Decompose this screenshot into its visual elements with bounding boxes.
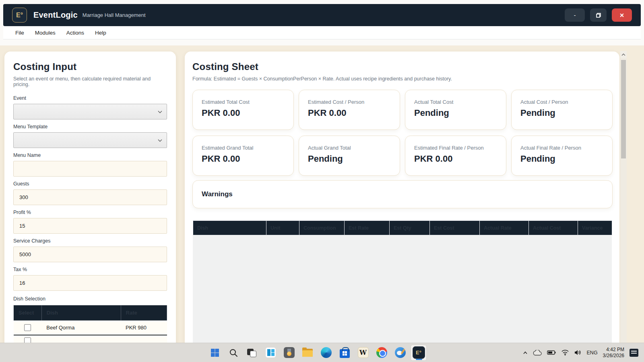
card-actual-cost-person: Actual Cost / Person Pending: [511, 90, 613, 130]
menu-template-select[interactable]: [13, 132, 167, 148]
card-estimated-cost-person: Estimated Cost / Person PKR 0.00: [299, 90, 400, 130]
chrome-browser-icon: [376, 347, 387, 358]
card-value: Pending: [414, 108, 506, 118]
app-name: EventLogic: [33, 10, 78, 20]
restore-icon: [596, 12, 601, 18]
hidden-icons-chevron[interactable]: [523, 351, 528, 354]
w-app-icon: W: [358, 347, 369, 358]
tax-percent-input[interactable]: [13, 275, 167, 291]
scroll-up-arrow-icon[interactable]: [620, 51, 627, 58]
menu-modules[interactable]: Modules: [35, 30, 56, 36]
dish-rate-cell: PKR 980: [121, 321, 167, 335]
dish-checkbox[interactable]: [24, 337, 31, 343]
card-actual-total-cost: Actual Total Cost Pending: [405, 90, 506, 130]
widgets-button[interactable]: [262, 345, 279, 361]
card-label: Actual Total Cost: [414, 99, 506, 105]
card-actual-final-rate: Actual Final Rate / Person Pending: [511, 136, 613, 176]
card-value: Pending: [520, 108, 612, 118]
scrollbar-thumb[interactable]: [621, 60, 626, 158]
card-value: Pending: [308, 154, 400, 164]
start-button[interactable]: [207, 345, 223, 361]
paint-app-button[interactable]: [392, 345, 408, 361]
eventlogic-app-icon: E°: [413, 346, 425, 359]
profit-percent-label: Profit %: [13, 210, 167, 215]
search-button[interactable]: [225, 345, 242, 361]
microsoft-store-icon: [340, 349, 350, 358]
dish-name-cell: Beef Qorma: [41, 321, 121, 335]
card-estimated-grand-total: Estimated Grand Total PKR 0.00: [192, 136, 294, 176]
menu-help[interactable]: Help: [95, 30, 106, 36]
menu-template-label: Menu Template: [13, 124, 167, 130]
costing-sheet-title: Costing Sheet: [192, 61, 619, 72]
card-estimated-final-rate: Estimated Final Rate / Person PKR 0.00: [405, 136, 506, 176]
service-charges-input[interactable]: [13, 247, 167, 262]
card-label: Estimated Cost / Person: [308, 99, 400, 105]
clock-date: 3/26/2026: [603, 353, 624, 359]
paint-app-icon: [395, 347, 406, 358]
eventlogic-app-button[interactable]: E°: [411, 345, 427, 361]
dish-row-partial: [14, 335, 167, 343]
profit-percent-input[interactable]: [13, 218, 167, 234]
file-explorer-icon: [302, 349, 313, 357]
dish-checkbox[interactable]: [24, 324, 31, 331]
w-app-button[interactable]: W: [355, 345, 371, 361]
card-label: Actual Grand Total: [308, 145, 400, 151]
chevron-down-icon: [158, 111, 162, 113]
col-est-cost[interactable]: Est Cost: [430, 221, 480, 235]
col-actual-cost[interactable]: Actual Cost: [529, 221, 578, 235]
volume-icon[interactable]: [574, 350, 582, 356]
costing-sheet-subtitle: Formula: Estimated = Guests × Consumptio…: [192, 76, 619, 82]
costing-grid: Dish Unit Consumption Est Rate Est Qty E…: [193, 220, 612, 235]
dish-col-select[interactable]: Select: [14, 305, 42, 321]
close-button[interactable]: ✕: [612, 8, 632, 22]
active-app-indicator: [416, 359, 422, 360]
app-subtitle: Marriage Hall Management: [83, 12, 146, 18]
chevron-down-icon: [158, 139, 162, 142]
col-consumption[interactable]: Consumption: [299, 221, 345, 235]
menu-actions[interactable]: Actions: [66, 30, 84, 36]
dish-col-rate[interactable]: Rate: [121, 305, 167, 321]
col-est-qty[interactable]: Est Qty: [390, 221, 430, 235]
menu-name-input[interactable]: [13, 161, 167, 177]
wifi-icon[interactable]: [561, 350, 569, 356]
costing-input-title: Costing Input: [13, 61, 167, 72]
medal-app-button[interactable]: [281, 345, 297, 361]
col-est-rate[interactable]: Est Rate: [345, 221, 390, 235]
maximize-button[interactable]: [590, 8, 607, 22]
menu-bar: File Modules Actions Help: [3, 26, 641, 39]
tax-percent-label: Tax %: [13, 267, 167, 272]
col-dish[interactable]: Dish: [193, 221, 266, 235]
event-label: Event: [13, 95, 167, 101]
notification-center-icon[interactable]: [630, 349, 638, 357]
battery-icon[interactable]: [547, 350, 556, 355]
event-select[interactable]: [13, 104, 167, 119]
onedrive-cloud-icon[interactable]: [533, 350, 542, 356]
card-estimated-total-cost: Estimated Total Cost PKR 0.00: [192, 90, 294, 130]
dish-row: Beef Qorma PKR 980: [14, 321, 167, 335]
task-view-button[interactable]: [244, 345, 260, 361]
main-area: Costing Input Select an event or menu, t…: [0, 45, 644, 343]
menu-file[interactable]: File: [15, 30, 24, 36]
col-unit[interactable]: Unit: [266, 221, 299, 235]
costing-input-panel: Costing Input Select an event or menu, t…: [4, 51, 176, 343]
dish-col-dish[interactable]: Dish: [41, 305, 121, 321]
file-explorer-button[interactable]: [299, 345, 316, 361]
costing-sheet-panel: Costing Sheet Formula: Estimated = Guest…: [184, 51, 620, 343]
windows-start-icon: [210, 348, 220, 358]
warnings-title: Warnings: [202, 190, 233, 198]
col-variance[interactable]: Variance: [578, 221, 612, 235]
edge-browser-button[interactable]: [318, 345, 334, 361]
card-value: PKR 0.00: [202, 154, 293, 164]
vertical-scrollbar[interactable]: [620, 51, 627, 343]
microsoft-store-button[interactable]: [336, 345, 353, 361]
chrome-browser-button[interactable]: [374, 345, 390, 361]
dish-selection-table: Select Dish Rate Beef Qorma PKR 980: [13, 305, 167, 343]
language-indicator[interactable]: ENG: [587, 350, 598, 356]
minimize-button[interactable]: -: [565, 8, 585, 22]
col-actual-rate[interactable]: Actual Rate: [480, 221, 529, 235]
card-label: Estimated Total Cost: [202, 99, 293, 105]
guests-input[interactable]: [13, 189, 167, 205]
titlebar: E° EventLogic Marriage Hall Management -…: [3, 4, 641, 26]
clock[interactable]: 4:42 PM 3/26/2026: [603, 347, 624, 359]
card-value: Pending: [520, 154, 612, 164]
